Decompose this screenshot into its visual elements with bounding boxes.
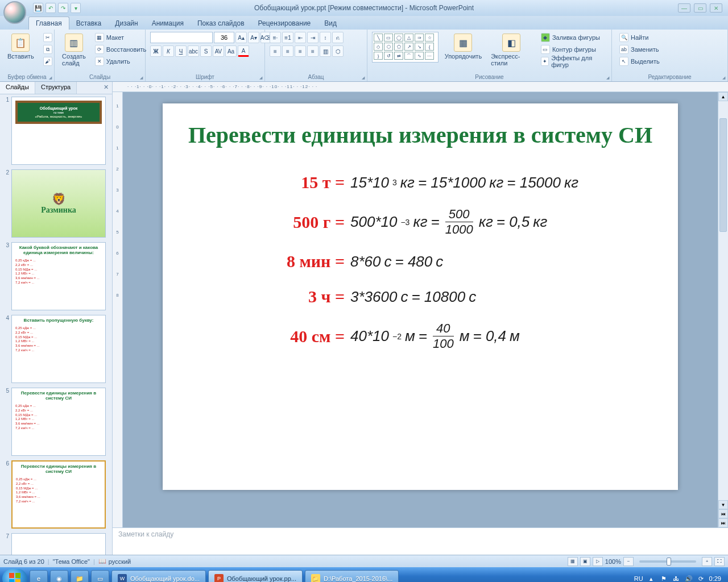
office-button[interactable]: [3, 1, 26, 24]
text-direction-button[interactable]: ⎌: [332, 32, 344, 43]
shadow-button[interactable]: S: [200, 45, 212, 57]
save-icon[interactable]: 💾: [33, 3, 43, 13]
layout-button[interactable]: ▦Макет: [92, 32, 149, 43]
ribbon-tab-3[interactable]: Анимация: [145, 17, 191, 30]
explorer-icon[interactable]: 📁: [71, 570, 89, 582]
tray-volume-icon[interactable]: 🔊: [684, 574, 693, 582]
ribbon-tab-2[interactable]: Дизайн: [108, 17, 144, 30]
zoom-in-button[interactable]: +: [702, 557, 712, 566]
zoom-percent[interactable]: 100%: [605, 558, 621, 565]
new-slide-button[interactable]: ▥ Создать слайд: [59, 32, 89, 68]
taskbar-item[interactable]: WОбобщающий урок.do...: [111, 570, 206, 582]
shapes-gallery[interactable]: ╲▭◯△⇒☆ ◇⬡⬠↗↘{ }↺⇄⌒∿⋯: [372, 32, 439, 63]
bullets-button[interactable]: ≡·: [270, 32, 281, 43]
qat-more-icon[interactable]: ▾: [71, 3, 81, 13]
italic-button[interactable]: К: [163, 45, 174, 57]
notes-pane[interactable]: Заметки к слайду: [113, 527, 728, 555]
tab-slides[interactable]: Слайды: [0, 82, 35, 94]
line-spacing-button[interactable]: ↕: [320, 32, 331, 43]
zoom-slider[interactable]: [639, 560, 696, 563]
slide-thumbnail[interactable]: 🦁Разминка: [11, 169, 106, 238]
slide-canvas[interactable]: Перевести единицы измерения в систему СИ…: [123, 92, 718, 527]
redo-icon[interactable]: ↷: [58, 3, 68, 13]
ribbon-tab-0[interactable]: Главная: [28, 16, 69, 30]
change-case-button[interactable]: Aa: [225, 45, 237, 57]
ribbon-tab-6[interactable]: Вид: [317, 17, 344, 30]
replace-button[interactable]: abЗаменить: [617, 44, 661, 55]
font-size-input[interactable]: [214, 32, 234, 43]
columns-button[interactable]: ▥: [320, 45, 331, 57]
cut-button[interactable]: ✂: [40, 32, 55, 43]
tray-network-icon[interactable]: 🖧: [672, 574, 681, 582]
normal-view-button[interactable]: ▦: [568, 557, 578, 566]
align-right-button[interactable]: ≡: [295, 45, 306, 57]
copy-button[interactable]: ⧉: [40, 44, 55, 55]
slide-thumbnail[interactable]: Перевести единицы измерения в систему СИ…: [11, 388, 106, 456]
font-name-input[interactable]: [150, 32, 213, 43]
shape-outline-button[interactable]: ▭Контур фигуры: [538, 44, 607, 55]
tray-flag-icon[interactable]: ⚑: [659, 574, 668, 582]
ribbon-tab-4[interactable]: Показ слайдов: [191, 17, 251, 30]
char-spacing-button[interactable]: AV: [213, 45, 224, 57]
slideshow-view-button[interactable]: ▷: [593, 557, 603, 566]
slide-thumbnail[interactable]: ЗАДАЧИ: [11, 533, 106, 555]
format-painter-button[interactable]: 🖌: [40, 56, 55, 67]
shape-effects-button[interactable]: ✦Эффекты для фигур: [538, 56, 607, 67]
delete-slide-button[interactable]: ✕Удалить: [92, 56, 149, 67]
thumbnails-list[interactable]: 1Обобщающий урокпо теме«Работа, мощность…: [0, 94, 112, 555]
zoom-out-button[interactable]: −: [623, 557, 634, 566]
fit-to-window-button[interactable]: ⛶: [714, 557, 725, 566]
bold-button[interactable]: Ж: [150, 45, 162, 57]
taskbar-item[interactable]: 📁D:\Работа_2015-2016\...: [305, 570, 399, 582]
underline-button[interactable]: Ч: [175, 45, 187, 57]
close-panel-icon[interactable]: ✕: [100, 82, 112, 94]
tab-outline[interactable]: Структура: [35, 82, 77, 94]
numbering-button[interactable]: ≡1: [282, 32, 293, 43]
justify-button[interactable]: ≡: [307, 45, 318, 57]
start-button[interactable]: [2, 569, 27, 582]
scroll-up-icon[interactable]: ▲: [718, 92, 728, 101]
slide-thumbnail[interactable]: Какой буквой обозначают и какова единица…: [11, 242, 106, 310]
ribbon-tab-5[interactable]: Рецензирование: [251, 17, 318, 30]
indent-right-button[interactable]: ⇥: [307, 32, 318, 43]
language-indicator[interactable]: русский: [109, 558, 131, 565]
scrollbar-thumb[interactable]: [719, 118, 727, 232]
scroll-down-icon[interactable]: ▼: [718, 500, 728, 509]
slide-thumbnail[interactable]: Перевести единицы измерения в систему СИ…: [11, 460, 106, 529]
find-button[interactable]: 🔍Найти: [617, 32, 651, 43]
sorter-view-button[interactable]: ▣: [580, 557, 590, 566]
tray-sync-icon[interactable]: ⟳: [697, 574, 706, 582]
align-center-button[interactable]: ≡: [282, 45, 293, 57]
minimize-button[interactable]: —: [678, 3, 690, 13]
next-slide-icon[interactable]: ⏭: [718, 518, 728, 527]
arrange-button[interactable]: ▦ Упорядочить: [442, 32, 485, 61]
align-left-button[interactable]: ≡: [270, 45, 281, 57]
vertical-scrollbar[interactable]: ▲ ▼ ⏮ ⏭: [718, 92, 728, 527]
close-button[interactable]: ✕: [710, 3, 722, 13]
tray-clock[interactable]: 0:29: [709, 575, 721, 582]
increase-font-icon[interactable]: A▴: [235, 32, 247, 43]
ribbon-tab-1[interactable]: Вставка: [69, 17, 109, 30]
smartart-button[interactable]: ⬡: [332, 45, 344, 57]
undo-icon[interactable]: ↶: [46, 3, 56, 13]
prev-slide-icon[interactable]: ⏮: [718, 509, 728, 518]
show-desktop-icon[interactable]: ▭: [91, 570, 109, 582]
slide-thumbnail[interactable]: Вставить пропущенную букву:0,25 кДж = ..…: [11, 315, 106, 383]
spellcheck-icon[interactable]: 📖: [98, 558, 106, 565]
strikethrough-button[interactable]: abc: [188, 45, 199, 57]
tray-up-icon[interactable]: ▴: [647, 574, 656, 582]
decrease-font-icon[interactable]: A▾: [248, 32, 259, 43]
reset-button[interactable]: ⟳Восстановить: [92, 44, 149, 55]
tray-lang[interactable]: RU: [634, 575, 643, 582]
ie-icon[interactable]: e: [30, 570, 48, 582]
maximize-button[interactable]: ▭: [694, 3, 706, 13]
taskbar-item[interactable]: PОбобщающий урок.pp...: [208, 570, 303, 582]
slide-thumbnail[interactable]: Обобщающий урокпо теме«Работа, мощность,…: [11, 97, 106, 165]
select-button[interactable]: ↖Выделить: [617, 56, 663, 67]
quick-styles-button[interactable]: ◧ Экспресс-стили: [488, 32, 535, 68]
shape-fill-button[interactable]: ◆Заливка фигуры: [538, 32, 607, 43]
paste-button[interactable]: 📋 Вставить: [5, 32, 37, 61]
indent-left-button[interactable]: ⇤: [295, 32, 306, 43]
font-color-button[interactable]: A: [238, 45, 249, 57]
chrome-icon[interactable]: ◉: [50, 570, 68, 582]
